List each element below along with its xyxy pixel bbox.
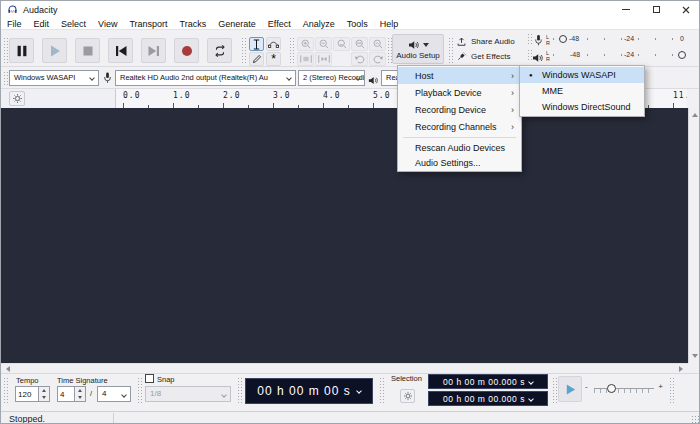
time-signature-upper-input[interactable] <box>57 386 75 402</box>
tools-toolbar-grip[interactable] <box>241 37 246 63</box>
menu-item-recording-channels[interactable]: Recording Channels › <box>398 118 521 135</box>
audio-setup-button[interactable]: Audio Setup <box>392 34 444 64</box>
tempo-input[interactable] <box>15 386 39 402</box>
timeline-label: 5.0 <box>373 91 390 100</box>
undo-button[interactable] <box>351 52 368 66</box>
snap-checkbox[interactable] <box>145 374 154 383</box>
timeline-label: 1.0 <box>173 91 190 100</box>
recording-meter-channel-labels: LR <box>546 34 550 46</box>
scroll-right-arrow[interactable] <box>676 364 686 373</box>
minimize-button[interactable] <box>611 1 641 18</box>
submenu-item-windows-directsound[interactable]: Windows DirectSound <box>520 99 644 115</box>
multi-tool-button[interactable]: * <box>266 52 281 66</box>
host-combo[interactable]: Windows WASAPI <box>9 70 99 86</box>
playback-meter[interactable]: -48 -24 <box>553 49 687 62</box>
menu-item-host[interactable]: Host › <box>398 67 521 84</box>
audio-position-display[interactable]: 00 h 00 m 00 s <box>245 378 373 404</box>
menu-effect[interactable]: Effect <box>262 19 297 29</box>
menu-tools[interactable]: Tools <box>341 19 374 29</box>
time-toolbar-grip[interactable] <box>237 377 242 405</box>
submenu-item-windows-wasapi[interactable]: ● Windows WASAPI <box>520 67 644 83</box>
chevron-down-icon <box>221 392 227 398</box>
time-signature-toolbar-grip[interactable] <box>3 377 8 405</box>
zoom-selection-button[interactable] <box>333 37 350 51</box>
edit-toolbar-grip[interactable] <box>289 37 294 63</box>
transport-toolbar-grip[interactable] <box>3 37 8 63</box>
snap-mode-combo[interactable]: 1/8 <box>145 386 231 402</box>
tempo-spinner[interactable] <box>39 386 50 402</box>
zoom-out-button[interactable] <box>315 37 332 51</box>
pause-button[interactable] <box>9 38 34 63</box>
chevron-down-icon <box>89 75 95 81</box>
playback-speed-slider[interactable]: - + <box>585 379 663 399</box>
vertical-scrollbar[interactable] <box>688 108 700 363</box>
skip-to-end-button[interactable] <box>141 38 166 63</box>
time-signature-upper-spinner[interactable] <box>75 386 86 402</box>
submenu-item-mme[interactable]: MME <box>520 83 644 99</box>
silence-audio-button[interactable] <box>315 52 332 66</box>
selection-toolbar-grip[interactable] <box>379 377 384 405</box>
menu-tracks[interactable]: Tracks <box>174 19 213 29</box>
play-at-speed-toolbar-grip[interactable] <box>552 377 557 405</box>
horizontal-scrollbar[interactable] <box>1 363 688 373</box>
menu-item-playback-device[interactable]: Playback Device › <box>398 84 521 101</box>
zoom-toggle-button[interactable] <box>369 37 386 51</box>
play-button[interactable] <box>42 38 67 63</box>
recording-volume-slider-thumb[interactable] <box>559 35 567 43</box>
menu-item-audio-settings[interactable]: Audio Settings... <box>398 155 521 170</box>
menu-item-recording-device[interactable]: Recording Device › <box>398 101 521 118</box>
record-button[interactable] <box>174 38 199 63</box>
menu-file[interactable]: File <box>1 19 28 29</box>
track-canvas[interactable] <box>1 108 688 363</box>
spare-dock-grip[interactable] <box>669 377 674 405</box>
get-effects-button[interactable]: Get Effects <box>453 49 523 63</box>
device-toolbar-grip[interactable] <box>3 71 8 87</box>
snap-toolbar-grip[interactable] <box>137 377 142 405</box>
menu-select[interactable]: Select <box>55 19 92 29</box>
selection-start-display[interactable]: 00 h 00 m 00.000 s <box>428 374 548 389</box>
menu-transport[interactable]: Transport <box>123 19 173 29</box>
time-signature-lower-combo[interactable]: 4 <box>97 386 131 402</box>
menu-help[interactable]: Help <box>374 19 405 29</box>
selection-tool-button[interactable] <box>249 37 264 51</box>
chevron-down-icon <box>356 388 362 394</box>
maximize-button[interactable] <box>641 1 671 18</box>
redo-button[interactable] <box>369 52 386 66</box>
envelope-tool-button[interactable] <box>266 37 281 51</box>
playback-speed-slider-thumb[interactable] <box>607 384 616 393</box>
resize-grip[interactable] <box>691 415 699 423</box>
timeline-label: 4.0 <box>323 91 340 100</box>
menu-item-rescan-audio-devices[interactable]: Rescan Audio Devices <box>398 140 521 155</box>
trim-audio-button[interactable] <box>297 52 314 66</box>
scroll-left-arrow[interactable] <box>3 364 13 373</box>
menu-generate[interactable]: Generate <box>212 19 262 29</box>
stop-button[interactable] <box>75 38 100 63</box>
menu-analyze[interactable]: Analyze <box>297 19 341 29</box>
draw-tool-button[interactable] <box>249 52 264 66</box>
menu-separator <box>403 137 516 138</box>
recording-meter[interactable]: -48 -24 0 <box>553 33 687 46</box>
zoom-fit-button[interactable] <box>351 37 368 51</box>
status-bar: Stopped. <box>1 411 700 424</box>
scroll-up-arrow[interactable] <box>689 110 700 120</box>
recording-channels-combo[interactable]: 2 (Stereo) Recording Chann <box>298 70 365 86</box>
audacity-logo-icon <box>7 4 18 15</box>
loop-button[interactable] <box>207 38 232 63</box>
selection-end-display[interactable]: 00 h 00 m 00.000 s <box>428 391 548 406</box>
menu-edit[interactable]: Edit <box>28 19 56 29</box>
timeline-options-button[interactable] <box>9 91 25 106</box>
close-button[interactable] <box>671 1 700 18</box>
selection-options-button[interactable] <box>400 389 415 403</box>
scroll-down-arrow[interactable] <box>689 351 700 361</box>
skip-to-start-button[interactable] <box>108 38 133 63</box>
share-audio-button[interactable]: Share Audio <box>453 34 523 48</box>
menu-view[interactable]: View <box>92 19 123 29</box>
recording-device-combo[interactable]: Realtek HD Audio 2nd output (Realtek(R) … <box>115 70 296 86</box>
upload-icon <box>456 36 467 47</box>
zoom-in-button[interactable] <box>297 37 314 51</box>
recording-meter-grip[interactable] <box>527 33 532 46</box>
play-at-speed-button[interactable] <box>558 376 582 402</box>
submenu-arrow-icon: › <box>511 71 514 81</box>
playback-volume-slider-thumb[interactable] <box>678 51 686 59</box>
chevron-down-icon <box>286 75 292 81</box>
